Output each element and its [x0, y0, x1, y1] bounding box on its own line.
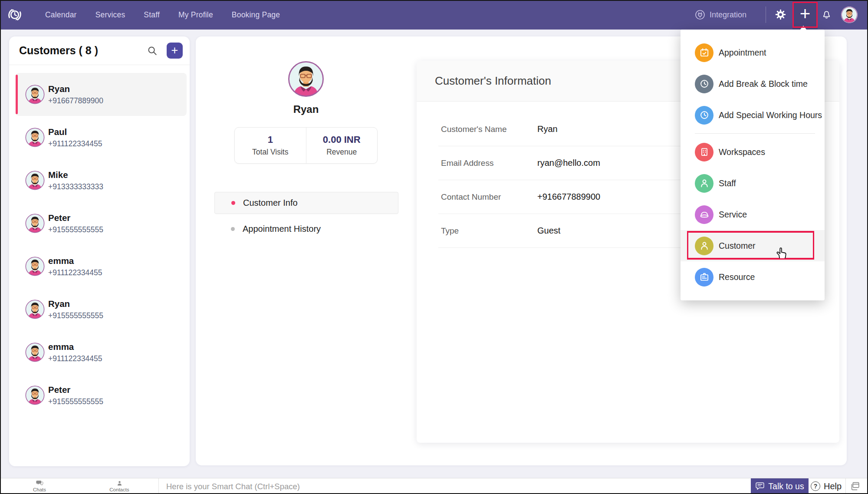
integration-button[interactable]: Integration [694, 0, 746, 30]
menu-item[interactable]: Appointment [681, 37, 825, 68]
notifications-bell-icon[interactable] [821, 9, 832, 20]
windows-stack-icon[interactable] [850, 481, 861, 492]
contacts-icon [116, 480, 123, 487]
profile-name: Ryan [241, 103, 371, 115]
info-row-value: Ryan [537, 124, 558, 134]
customer-phone: +911122334455 [48, 139, 102, 148]
customer-list-item[interactable]: Peter +915555555555 [16, 202, 187, 245]
contacts-label: Contacts [109, 487, 129, 492]
stat-cell: 1 Total Visits [235, 128, 306, 163]
menu-item[interactable]: Customer [681, 230, 825, 261]
profile-tab[interactable]: Customer Info [214, 192, 398, 214]
customer-stats-card: 1 Total Visits 0.00 INR Revenue [234, 127, 378, 164]
customer-name: Paul [48, 127, 102, 137]
help-label: Help [824, 481, 842, 491]
user-avatar[interactable] [841, 7, 858, 23]
customer-phone: +911122334455 [48, 268, 102, 277]
menu-item[interactable]: Service [681, 199, 825, 230]
topbar-nav-item[interactable]: Services [95, 10, 125, 20]
customer-name: Peter [48, 213, 103, 223]
menu-item-icon [695, 174, 713, 193]
customer-avatar [25, 300, 45, 319]
customer-list-item[interactable]: Mike +913333333333 [16, 159, 187, 202]
menu-item[interactable]: Resource [681, 261, 825, 293]
customer-text: Ryan +916677889900 [48, 84, 103, 105]
topbar-nav-item[interactable]: Booking Page [232, 10, 280, 20]
add-plus-button[interactable]: + [792, 0, 818, 30]
chats-label: Chats [33, 487, 46, 492]
dropdown-caret-icon [800, 26, 807, 30]
contacts-button[interactable]: Contacts [105, 478, 133, 494]
profile-tab[interactable]: Appointment History [214, 219, 398, 238]
customer-list-item[interactable]: Paul +911122334455 [16, 116, 187, 159]
topbar-divider [766, 7, 766, 23]
smart-chat-input[interactable] [165, 478, 731, 494]
customer-name: Ryan [48, 299, 103, 309]
customer-text: Paul +911122334455 [48, 127, 102, 148]
topbar-nav-item[interactable]: My Profile [178, 10, 213, 20]
customer-list: Ryan +916677889900 Paul +911122334455 [9, 65, 190, 417]
customer-list-item[interactable]: emma +911122334455 [16, 331, 187, 374]
customer-name: Ryan [48, 84, 103, 94]
customers-sidebar: Customers ( 8 ) + Ryan +916677889900 [9, 36, 190, 466]
info-panel-title: Customer's Information [435, 74, 551, 88]
customer-text: emma +911122334455 [48, 342, 102, 363]
menu-item[interactable]: Add Break & Block time [681, 68, 825, 99]
stat-label: Revenue [326, 148, 357, 157]
talk-to-us-button[interactable]: Talk to us [751, 478, 809, 494]
info-row-value: ryan@hello.com [537, 158, 600, 168]
topbar-nav-item[interactable]: Staff [144, 10, 160, 20]
integration-label: Integration [710, 10, 746, 20]
bottombar-divider-right [845, 478, 846, 494]
stat-value: 0.00 INR [323, 134, 361, 145]
app-window: Calendar Services Staff My Profile Booki… [0, 0, 868, 494]
help-circle-icon: ? [811, 481, 820, 491]
customer-avatar [25, 385, 45, 405]
menu-item-label: Service [719, 210, 747, 220]
talk-chat-icon [755, 482, 765, 491]
menu-item-icon [695, 75, 713, 93]
hand-cursor-icon [774, 246, 789, 261]
customer-phone: +916677889900 [48, 96, 103, 105]
menu-item[interactable]: Add Special Working Hours [681, 99, 825, 131]
menu-item[interactable]: Workspaces [681, 136, 825, 168]
info-row-label: Email Address [441, 158, 537, 168]
topbar-nav: Calendar Services Staff My Profile Booki… [45, 0, 280, 30]
selected-indicator-bar [16, 75, 18, 114]
stat-label: Total Visits [252, 148, 288, 157]
customer-list-item[interactable]: Ryan +915555555555 [16, 288, 187, 331]
tab-dot-icon [231, 201, 235, 205]
help-button[interactable]: ? Help [811, 478, 842, 494]
add-customer-button[interactable]: + [167, 43, 183, 59]
info-row-label: Type [441, 226, 537, 236]
menu-item-label: Staff [719, 178, 736, 188]
chats-button[interactable]: Chats [26, 478, 53, 494]
customer-avatar [25, 85, 45, 104]
settings-gear-icon[interactable] [775, 9, 786, 20]
customer-text: Mike +913333333333 [48, 170, 103, 191]
menu-item-label: Customer [719, 241, 756, 251]
bookings-logo-icon[interactable] [5, 5, 24, 24]
topbar-nav-item[interactable]: Calendar [45, 10, 77, 20]
menu-item[interactable]: Staff [681, 168, 825, 199]
customer-list-item[interactable]: emma +911122334455 [16, 245, 187, 288]
customer-list-item[interactable]: Ryan +916677889900 [16, 73, 187, 116]
customer-avatar [25, 343, 45, 362]
integration-plug-icon [694, 9, 706, 20]
add-plus-icon: + [800, 5, 811, 23]
menu-item-icon [695, 143, 713, 161]
tab-label: Customer Info [243, 198, 298, 208]
menu-item-icon [695, 106, 713, 125]
customer-avatar [25, 257, 45, 276]
menu-item-label: Appointment [719, 48, 766, 58]
info-row-value: Guest [537, 226, 560, 236]
top-navigation-bar: Calendar Services Staff My Profile Booki… [0, 0, 868, 30]
chats-icon [36, 480, 43, 487]
customer-text: Ryan +915555555555 [48, 299, 103, 320]
customer-phone: +913333333333 [48, 182, 103, 191]
customer-list-item[interactable]: Peter +915555555555 [16, 374, 187, 417]
search-icon[interactable] [147, 45, 158, 56]
menu-item-label: Resource [719, 272, 755, 282]
menu-item-icon [695, 268, 713, 287]
customer-phone: +915555555555 [48, 225, 103, 234]
